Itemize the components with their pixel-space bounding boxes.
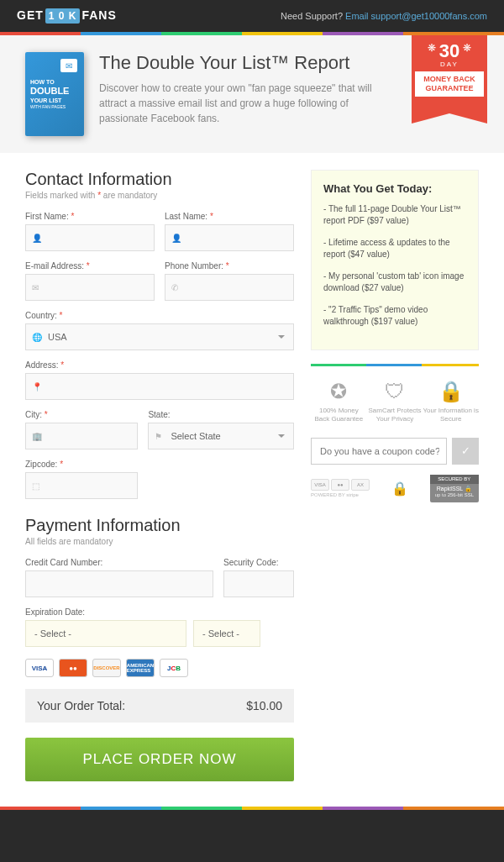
city-label: City: * [25, 410, 138, 419]
badge-text: Your Information is Secure [423, 407, 479, 424]
discover-icon: DISCOVER [92, 659, 121, 677]
badge-text: SamCart Protects Your Privacy [367, 407, 423, 424]
last-name-label: Last Name: * [165, 212, 294, 221]
yget-heading: What You Get Today: [323, 182, 466, 195]
ccnum-input[interactable] [25, 570, 213, 597]
book-line: DOUBLE [30, 86, 79, 97]
seccode-input[interactable] [223, 570, 294, 597]
ssl-bot: up to 256-bit SSL [435, 492, 474, 498]
first-name-input[interactable] [25, 224, 155, 251]
shield-icon: 🛡 [367, 380, 423, 403]
phone-input[interactable] [165, 274, 294, 301]
yget-item: - Lifetime access & updates to the repor… [323, 237, 466, 260]
ssl-top: SECURED BY [430, 475, 479, 484]
guarantee-badge-icon: ✪ [311, 380, 367, 403]
amex-small-icon: AX [351, 479, 370, 491]
road-icon: ⬚ [32, 481, 39, 491]
seccode-label: Security Code: [223, 558, 294, 567]
last-name-input[interactable] [165, 224, 294, 251]
book-line: WITH FAN PAGES [30, 104, 79, 109]
place-order-button[interactable]: PLACE ORDER NOW [25, 738, 294, 781]
user-icon: 👤 [32, 234, 42, 243]
address-label: Address: * [25, 360, 294, 370]
amex-icon: AMERICAN EXPRESS [126, 659, 155, 677]
globe-icon: 🌐 [32, 333, 42, 342]
visa-small-icon: VISA [311, 479, 329, 491]
address-input[interactable] [25, 373, 294, 400]
ssl-mid: RapidSSL 🔒 [435, 486, 474, 492]
powered-by-stripe: POWERED BY stripe [311, 492, 370, 497]
trust-badges: ✪100% Money Back Guarantee 🛡SamCart Prot… [311, 380, 479, 424]
ribbon-mb1: MONEY BACK [417, 75, 482, 84]
yget-item: - "2 Traffic Tips" demo video walkthroug… [323, 304, 466, 328]
phone-label: Phone Number: * [165, 261, 294, 271]
logo-mid: 1 0 K [45, 8, 81, 24]
what-you-get-box: What You Get Today: - The full 11-page D… [311, 170, 479, 350]
user-icon: 👤 [171, 234, 181, 243]
support-text: Need Support? Email support@get10000fans… [281, 11, 487, 21]
email-label: E-mail Address: * [25, 261, 155, 271]
ribbon-days: 30 [439, 42, 459, 60]
payment-sub: All fields are mandatory [25, 537, 294, 546]
city-input[interactable] [25, 423, 138, 449]
yget-item: - The full 11-page Double Your List™ rep… [323, 203, 466, 227]
color-divider [311, 364, 479, 366]
coupon-apply-button[interactable]: ✓ [452, 438, 479, 465]
state-label: State: [148, 410, 294, 419]
page-title: The Double Your List™ Report [99, 52, 395, 74]
expdate-label: Expiration Date: [25, 607, 294, 617]
logo-post: FANS [81, 8, 116, 22]
email-input[interactable] [25, 274, 155, 301]
visa-icon: VISA [25, 659, 54, 677]
support-email-link[interactable]: Email support@get10000fans.com [345, 11, 487, 21]
padlock-icon: 🔒 [391, 481, 408, 497]
payment-security-row: VISA ●● AX POWERED BY stripe 🔒 SECURED B… [311, 475, 479, 502]
exp-year-select[interactable]: - Select - [193, 620, 260, 647]
hero: HOW TO DOUBLE YOUR LIST WITH FAN PAGES T… [0, 35, 504, 153]
state-select[interactable]: Select State [148, 423, 294, 449]
ssl-badge: SECURED BY RapidSSL 🔒 up to 256-bit SSL [430, 475, 479, 502]
logo-pre: GET [17, 8, 44, 22]
contact-heading: Contact Information [25, 170, 294, 189]
book-cover: HOW TO DOUBLE YOUR LIST WITH FAN PAGES [25, 52, 84, 136]
logo: GET1 0 KFANS [17, 8, 117, 24]
order-total: Your Order Total: $10.00 [25, 689, 294, 723]
ribbon-mb2: GUARANTEE [417, 84, 482, 93]
lock-icon: 🔒 [423, 380, 479, 403]
yget-item: - My personal 'custom tab' icon image do… [323, 271, 466, 294]
mastercard-icon: ●● [59, 659, 87, 677]
page-description: Discover how to create your own "fan pag… [99, 81, 395, 126]
phone-icon: ✆ [171, 283, 178, 292]
payment-heading: Payment Information [25, 516, 294, 535]
total-label: Your Order Total: [37, 699, 125, 712]
first-name-label: First Name: * [25, 212, 155, 221]
book-line: YOUR LIST [30, 97, 79, 104]
accepted-cards: VISA ●● DISCOVER AMERICAN EXPRESS JCB [25, 659, 294, 677]
mc-small-icon: ●● [331, 479, 349, 491]
support-question: Need Support? [281, 11, 343, 21]
total-value: $10.00 [246, 699, 282, 712]
ribbon-day: DAY [415, 60, 484, 68]
contact-sub: Fields marked with * are mandatory [25, 191, 294, 200]
pin-icon: 📍 [32, 382, 42, 392]
badge-text: 100% Money Back Guarantee [311, 407, 367, 424]
country-label: Country: * [25, 311, 294, 320]
flag-icon: ⚑ [155, 432, 162, 441]
guarantee-ribbon: ❋ 30 ❋ DAY MONEY BACK GUARANTEE [412, 35, 487, 113]
color-stripe-bottom [0, 807, 504, 810]
building-icon: 🏢 [32, 432, 42, 441]
top-bar: GET1 0 KFANS Need Support? Email support… [0, 0, 504, 32]
book-line: HOW TO [30, 79, 79, 86]
ccnum-label: Credit Card Number: [25, 558, 213, 567]
email-icon: ✉ [32, 283, 39, 292]
country-select[interactable]: USA [25, 323, 294, 350]
exp-month-select[interactable]: - Select - [25, 620, 186, 647]
zip-input[interactable] [25, 472, 138, 499]
coupon-input[interactable] [311, 438, 447, 465]
jcb-icon: JCB [160, 659, 188, 677]
zip-label: Zipcode: * [25, 460, 138, 469]
